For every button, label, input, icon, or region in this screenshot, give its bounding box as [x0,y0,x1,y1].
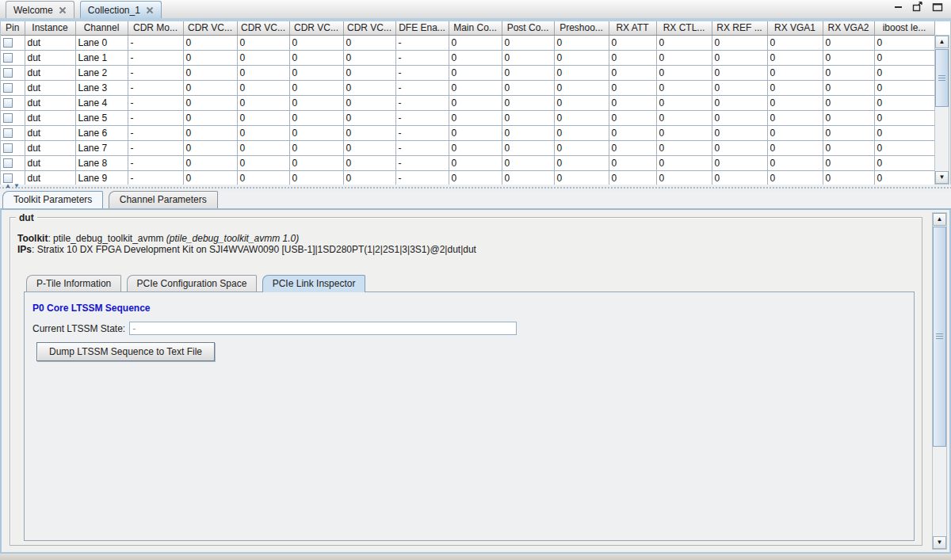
value-cell: - [128,80,183,95]
column-header[interactable]: RX ATT [609,21,656,35]
value-cell: - [395,125,449,140]
pin-checkbox[interactable] [3,83,13,93]
pin-checkbox[interactable] [3,143,13,153]
value-cell: 0 [767,35,823,50]
column-header[interactable]: RX REF ... [712,21,767,35]
scroll-down-icon[interactable]: ▼ [933,536,946,549]
value-cell: 0 [449,65,502,80]
pin-checkbox[interactable] [3,68,13,78]
tab-toolkit-parameters[interactable]: Toolkit Parameters [2,191,103,208]
close-icon[interactable] [59,6,67,14]
splitter-collapse-icon[interactable]: ▲ [5,183,11,189]
column-header[interactable]: Main Co... [449,21,502,35]
value-cell: 0 [767,140,823,155]
column-header[interactable]: RX VGA2 [823,21,874,35]
column-header[interactable]: Channel [75,21,128,35]
pin-checkbox[interactable] [3,98,13,108]
table-row[interactable]: dutLane 8-0000-000000000 [1,155,934,170]
column-header[interactable]: Post Co... [502,21,554,35]
table-row[interactable]: dutLane 7-0000-000000000 [1,140,934,155]
tab-pcie-configuration-space[interactable]: PCIe Configuration Space [127,275,258,292]
toolkit-parameters-panel: dut Toolkit: ptile_debug_toolkit_avmm (p… [0,208,951,554]
pin-cell [1,50,25,65]
table-row[interactable]: dutLane 6-0000-000000000 [1,125,934,140]
value-cell: - [395,110,449,125]
column-header[interactable]: RX VGA1 [767,21,823,35]
value-cell: 0 [767,80,823,95]
table-row[interactable]: dutLane 1-0000-000000000 [1,50,934,65]
value-cell: 0 [712,65,767,80]
table-row[interactable]: dutLane 9-0000-000000000 [1,170,934,185]
table-row[interactable]: dutLane 0-0000-000000000 [1,35,934,50]
pin-cell [1,140,25,155]
value-cell: 0 [712,110,767,125]
value-cell: 0 [343,65,395,80]
pin-checkbox[interactable] [3,53,13,63]
value-cell: 0 [502,125,554,140]
value-cell: 0 [502,80,554,95]
window-controls [894,0,951,18]
maximize-icon[interactable] [932,2,943,12]
pin-checkbox[interactable] [3,113,13,123]
value-cell: 0 [554,110,609,125]
tab-welcome[interactable]: Welcome [6,1,74,18]
value-cell: 0 [712,155,767,170]
pin-checkbox[interactable] [3,158,13,168]
value-cell: - [395,140,449,155]
column-header[interactable]: Preshoo... [554,21,609,35]
panel-vertical-scrollbar[interactable]: ▲ ▼ [932,212,947,550]
scroll-down-icon[interactable]: ▼ [935,171,949,184]
tab-ptile-information[interactable]: P-Tile Information [26,275,121,292]
value-cell: 0 [237,110,289,125]
table-row[interactable]: dutLane 5-0000-000000000 [1,110,934,125]
value-cell: 0 [449,80,502,95]
scrollbar-thumb[interactable] [933,227,946,447]
table-row[interactable]: dutLane 4-0000-000000000 [1,95,934,110]
value-cell: 0 [502,110,554,125]
column-header[interactable]: Pin [1,21,25,35]
horizontal-splitter[interactable]: ▲ ▼ [0,185,951,191]
column-header[interactable]: CDR VC... [343,21,395,35]
table-row[interactable]: dutLane 3-0000-000000000 [1,80,934,95]
value-cell: 0 [183,125,237,140]
dump-ltssm-button[interactable]: Dump LTSSM Sequence to Text File [36,342,215,361]
ips-text: : Stratix 10 DX FPGA Development Kit on … [32,244,476,255]
table-vertical-scrollbar[interactable]: ▲ ▼ [934,35,949,185]
tab-pcie-link-inspector[interactable]: PCIe Link Inspector [262,275,366,292]
pin-checkbox[interactable] [3,38,13,48]
scrollbar-thumb[interactable] [935,49,949,107]
value-cell: 0 [823,80,874,95]
value-cell: 0 [183,155,237,170]
minimize-icon[interactable] [894,2,903,12]
value-cell: 0 [767,50,823,65]
table-row[interactable]: dutLane 2-0000-000000000 [1,65,934,80]
pin-checkbox[interactable] [3,173,13,183]
float-window-icon[interactable] [912,2,923,12]
column-header[interactable]: CDR Mo... [128,21,183,35]
value-cell: 0 [823,50,874,65]
pin-cell [1,110,25,125]
value-cell: 0 [554,125,609,140]
scroll-up-icon[interactable]: ▲ [933,213,946,226]
column-header[interactable]: CDR VC... [237,21,289,35]
value-cell: - [395,80,449,95]
value-cell: 0 [343,50,395,65]
column-header[interactable]: Instance [25,21,75,35]
column-header[interactable]: iboost le... [874,21,934,35]
splitter-expand-icon[interactable]: ▼ [13,183,20,189]
close-icon[interactable] [146,6,154,14]
tab-channel-parameters[interactable]: Channel Parameters [109,191,218,208]
column-header[interactable]: CDR VC... [183,21,237,35]
value-cell: 0 [874,50,934,65]
column-header[interactable]: CDR VC... [289,21,343,35]
value-cell: 0 [502,50,554,65]
tab-collection-1[interactable]: Collection_1 [80,1,162,18]
column-header[interactable]: DFE Ena... [395,21,449,35]
value-cell: 0 [449,125,502,140]
pin-checkbox[interactable] [3,128,13,138]
value-cell: 0 [289,155,343,170]
ltssm-state-input[interactable] [129,322,517,335]
column-header[interactable]: RX CTL... [656,21,712,35]
scroll-up-icon[interactable]: ▲ [935,36,949,48]
value-cell: 0 [767,170,823,185]
